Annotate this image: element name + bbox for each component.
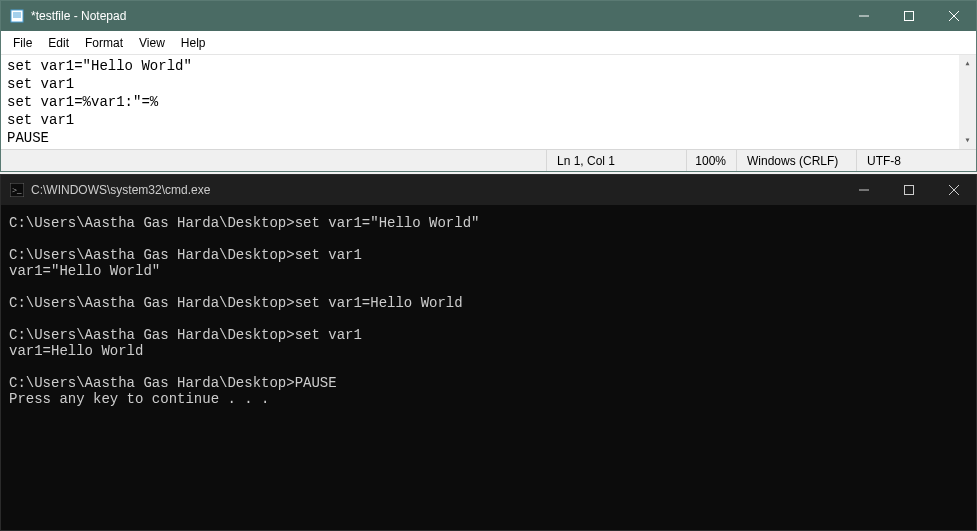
cmd-window: >_ C:\WINDOWS\system32\cmd.exe C:\Users\…	[0, 174, 977, 531]
cmd-output[interactable]: C:\Users\Aastha Gas Harda\Desktop>set va…	[1, 205, 976, 530]
cmd-title: C:\WINDOWS\system32\cmd.exe	[31, 183, 210, 197]
status-line-ending: Windows (CRLF)	[736, 150, 856, 171]
svg-rect-0	[11, 10, 23, 22]
menu-view[interactable]: View	[131, 34, 173, 52]
menu-edit[interactable]: Edit	[40, 34, 77, 52]
status-empty	[1, 150, 546, 171]
scroll-up-icon[interactable]: ▴	[959, 55, 976, 72]
cmd-minimize-button[interactable]	[841, 175, 886, 205]
status-position: Ln 1, Col 1	[546, 150, 686, 171]
vertical-scrollbar[interactable]: ▴ ▾	[959, 55, 976, 149]
cmd-close-button[interactable]	[931, 175, 976, 205]
notepad-content: set var1="Hello World" set var1 set var1…	[7, 57, 974, 147]
notepad-statusbar: Ln 1, Col 1 100% Windows (CRLF) UTF-8	[1, 149, 976, 171]
svg-rect-5	[904, 12, 913, 21]
scroll-down-icon[interactable]: ▾	[959, 132, 976, 149]
svg-text:>_: >_	[12, 185, 22, 195]
cmd-app-icon: >_	[9, 182, 25, 198]
minimize-button[interactable]	[841, 1, 886, 31]
notepad-menubar: File Edit Format View Help	[1, 31, 976, 55]
notepad-title: *testfile - Notepad	[31, 9, 126, 23]
menu-file[interactable]: File	[5, 34, 40, 52]
status-encoding: UTF-8	[856, 150, 976, 171]
cmd-maximize-button[interactable]	[886, 175, 931, 205]
menu-help[interactable]: Help	[173, 34, 214, 52]
svg-rect-11	[904, 186, 913, 195]
menu-format[interactable]: Format	[77, 34, 131, 52]
status-zoom: 100%	[686, 150, 736, 171]
notepad-text-area[interactable]: set var1="Hello World" set var1 set var1…	[1, 55, 976, 149]
notepad-titlebar[interactable]: *testfile - Notepad	[1, 1, 976, 31]
close-button[interactable]	[931, 1, 976, 31]
notepad-app-icon	[9, 8, 25, 24]
maximize-button[interactable]	[886, 1, 931, 31]
notepad-window: *testfile - Notepad File Edit Format Vie…	[0, 0, 977, 172]
cmd-titlebar[interactable]: >_ C:\WINDOWS\system32\cmd.exe	[1, 175, 976, 205]
